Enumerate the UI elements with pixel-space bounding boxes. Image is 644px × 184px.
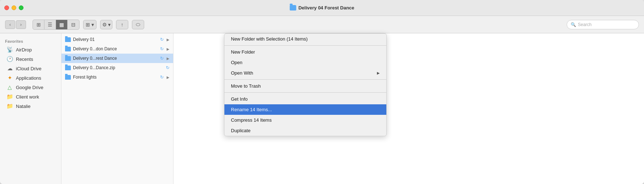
sync-icon: ↻ <box>160 37 164 42</box>
context-menu-item-open[interactable]: Open <box>224 57 386 68</box>
sidebar-item-label-icloud: iCloud Drive <box>16 66 42 71</box>
view-group-icon: ⊞ <box>86 22 90 28</box>
context-menu-label: Open <box>231 60 242 65</box>
folder-icon <box>65 37 71 42</box>
context-menu-label: New Folder with Selection (14 Items) <box>231 36 308 42</box>
arrow-icon: ▶ <box>167 47 169 51</box>
context-menu-separator-3 <box>224 92 386 93</box>
nav-buttons: ‹ › <box>5 20 26 29</box>
context-menu: New Folder with Selection (14 Items) New… <box>224 33 387 136</box>
sidebar-item-natalie[interactable]: 📁 Natalie <box>1 101 60 111</box>
sidebar-item-google-drive[interactable]: △ Google Drive <box>1 83 60 92</box>
search-placeholder: Search <box>578 22 592 27</box>
sidebar-item-label-natalie: Natalie <box>16 104 30 109</box>
sync-icon: ↻ <box>160 56 164 61</box>
title-folder-icon <box>290 5 296 11</box>
sidebar-item-recents[interactable]: 🕐 Recents <box>1 54 60 64</box>
context-menu-label: Open With <box>231 70 253 76</box>
google-drive-icon: △ <box>7 84 13 91</box>
sync-icon: ↻ <box>160 75 164 80</box>
applications-icon: ✦ <box>7 75 13 81</box>
tag-icon: ⬭ <box>136 21 140 28</box>
natalie-icon: 📁 <box>7 103 13 109</box>
arrow-icon: ▶ <box>167 57 169 60</box>
action-gear-button[interactable]: ⚙ ▾ <box>100 20 112 29</box>
context-menu-separator-2 <box>224 79 386 80</box>
sidebar-item-label-applications: Applications <box>16 75 41 81</box>
folder-icon <box>65 56 71 61</box>
gear-icon: ⚙ <box>102 22 107 28</box>
sidebar-item-label-recents: Recents <box>16 57 33 62</box>
context-menu-label: Get Info <box>231 96 248 102</box>
search-bar[interactable]: 🔍 Search <box>567 20 639 29</box>
sidebar-item-icloud[interactable]: ☁ iCloud Drive <box>1 64 60 73</box>
context-menu-separator-1 <box>224 45 386 46</box>
context-menu-item-compress[interactable]: Compress 14 Items <box>224 115 386 125</box>
file-name: Delivery 0...Dance.zip <box>73 65 164 70</box>
context-menu-item-new-folder-selection[interactable]: New Folder with Selection (14 Items) <box>224 34 386 44</box>
sidebar-item-airdrop[interactable]: 📡 AirDrop <box>1 45 60 54</box>
sidebar-item-label-client-work: Client work <box>16 94 39 100</box>
view-group-arrow: ▾ <box>91 22 94 28</box>
sidebar-item-label-google-drive: Google Drive <box>16 85 43 90</box>
context-menu-item-get-info[interactable]: Get Info <box>224 94 386 104</box>
file-list-panel: Delivery 01 ↻ ▶ Delivery 0...don Dance ↻… <box>61 33 173 184</box>
context-menu-item-new-folder[interactable]: New Folder <box>224 47 386 57</box>
favorites-label: Favorites <box>0 37 61 45</box>
file-name: Forest lights <box>73 75 158 80</box>
sync-icon: ↻ <box>166 65 169 70</box>
share-icon: ↑ <box>121 22 124 28</box>
maximize-button[interactable] <box>19 5 23 10</box>
submenu-arrow-icon: ▶ <box>377 71 380 75</box>
sidebar: Favorites 📡 AirDrop 🕐 Recents ☁ iCloud D… <box>0 33 61 184</box>
context-menu-item-duplicate[interactable]: Duplicate <box>224 125 386 136</box>
forward-button[interactable]: › <box>16 20 26 29</box>
minimize-button[interactable] <box>12 5 16 10</box>
sidebar-item-client-work[interactable]: 📁 Client work <box>1 92 60 101</box>
traffic-lights <box>4 5 23 10</box>
file-item-delivery04zip[interactable]: Delivery 0...Dance.zip ↻ <box>61 63 173 72</box>
file-item-delivery01[interactable]: Delivery 01 ↻ ▶ <box>61 35 173 44</box>
close-button[interactable] <box>4 5 9 10</box>
folder-icon <box>65 66 71 70</box>
airdrop-icon: 📡 <box>7 46 13 53</box>
arrow-icon: ▶ <box>167 38 169 42</box>
view-list-button[interactable]: ☰ <box>44 20 56 29</box>
view-gallery-button[interactable]: ⊟ <box>68 20 79 29</box>
folder-icon <box>65 75 71 80</box>
share-button[interactable]: ↑ <box>116 20 128 29</box>
file-item-delivery03[interactable]: Delivery 0...rest Dance ↻ ▶ <box>61 54 173 63</box>
icloud-icon: ☁ <box>7 65 13 72</box>
file-name: Delivery 01 <box>73 37 158 42</box>
search-icon: 🔍 <box>571 22 576 27</box>
context-menu-label: Compress 14 Items <box>231 117 272 123</box>
finder-window: Delivery 04 Forest Dance ‹ › ⊞ ☰ ▦ ⊟ ⊞ ▾… <box>0 0 644 184</box>
titlebar: Delivery 04 Forest Dance <box>0 0 644 16</box>
context-menu-label: Rename 14 Items... <box>231 107 272 112</box>
window-title-text: Delivery 04 Forest Dance <box>299 5 355 11</box>
arrow-icon: ▶ <box>167 75 169 79</box>
sidebar-item-applications[interactable]: ✦ Applications <box>1 73 60 83</box>
toolbar: ‹ › ⊞ ☰ ▦ ⊟ ⊞ ▾ ⚙ ▾ ↑ ⬭ 🔍 <box>0 16 644 33</box>
file-item-delivery02[interactable]: Delivery 0...don Dance ↻ ▶ <box>61 44 173 54</box>
recents-icon: 🕐 <box>7 56 13 62</box>
gear-arrow-icon: ▾ <box>108 22 111 28</box>
tag-button[interactable]: ⬭ <box>132 20 144 29</box>
view-controls: ⊞ ☰ ▦ ⊟ <box>33 20 80 30</box>
sidebar-item-label-airdrop: AirDrop <box>16 47 32 53</box>
window-title: Delivery 04 Forest Dance <box>290 5 355 11</box>
context-menu-label: New Folder <box>231 49 255 55</box>
context-menu-item-move-to-trash[interactable]: Move to Trash <box>224 81 386 91</box>
view-column-button[interactable]: ▦ <box>56 20 68 29</box>
file-name: Delivery 0...don Dance <box>73 46 158 51</box>
context-menu-label: Duplicate <box>231 128 250 133</box>
folder-icon <box>65 47 71 51</box>
file-name: Delivery 0...rest Dance <box>73 56 158 61</box>
context-menu-item-open-with[interactable]: Open With ▶ <box>224 68 386 78</box>
file-item-forestlights[interactable]: Forest lights ↻ ▶ <box>61 72 173 82</box>
view-icon-button[interactable]: ⊞ <box>33 20 44 29</box>
context-menu-item-rename[interactable]: Rename 14 Items... <box>224 104 386 115</box>
view-group-button[interactable]: ⊞ ▾ <box>83 20 96 29</box>
client-work-icon: 📁 <box>7 93 13 100</box>
back-button[interactable]: ‹ <box>5 20 15 29</box>
